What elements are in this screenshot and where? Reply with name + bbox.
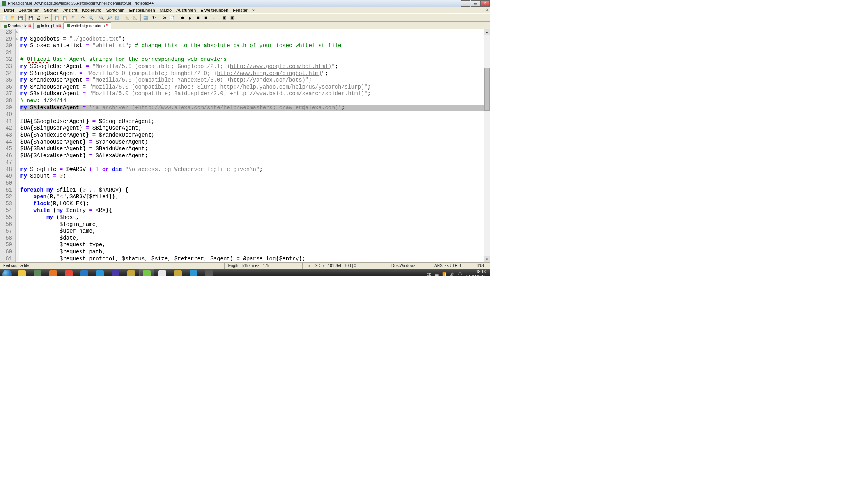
menu-einstellungen[interactable]: Einstellungen [127,8,158,12]
code-line[interactable]: foreach my $file1 (0 .. $#ARGV) { [20,187,490,194]
toolbar-button-10[interactable]: 🔍 [87,14,94,21]
tray-info-icon[interactable]: ⓘ [457,271,463,276]
toolbar-button-6[interactable]: 📋 [53,14,60,21]
menu-suchen[interactable]: Suchen [42,8,61,12]
toolbar-button-1[interactable]: 📂 [9,14,16,21]
code-line[interactable]: $UA{$AlexaUserAgent} = $AlexaUserAgent; [20,153,490,160]
code-line[interactable]: $request_path, [20,249,490,256]
line-number[interactable]: 60 [0,249,12,256]
menu-bearbeiten[interactable]: Bearbeiten [16,8,42,12]
scroll-up-button[interactable]: ▲ [484,29,490,35]
menu-datei[interactable]: Datei [2,8,16,12]
vertical-scrollbar[interactable]: ▲ ▼ [484,29,490,262]
line-number[interactable]: 56 [0,221,12,228]
menu-sprachen[interactable]: Sprachen [104,8,127,12]
titlebar[interactable]: F:\Rapidshare Downloads\download\v5\Refb… [0,0,490,7]
code-line[interactable]: open(R,"<",$ARGV[$file1]); [20,194,490,201]
toolbar-button-20[interactable]: ⏺ [179,14,186,21]
taskbar-explorer[interactable] [14,269,29,276]
code-line[interactable] [20,50,490,57]
line-number[interactable]: 39 [0,105,12,112]
fold-toggle[interactable]: ⊟ [16,36,19,43]
line-number[interactable]: 45 [0,146,12,153]
line-number[interactable]: 51 [0,187,12,194]
toolbar-button-26[interactable]: ▣ [229,14,236,21]
toolbar-button-5[interactable]: ✂ [43,14,50,21]
line-number[interactable]: 30 [0,43,12,50]
line-number[interactable]: 32 [0,56,12,63]
code-line[interactable]: my ($host, [20,214,490,221]
code-line[interactable] [20,159,490,166]
tab-0[interactable]: Readme.txt⊠ [1,23,34,29]
line-number[interactable]: 57 [0,228,12,235]
line-number-gutter[interactable]: 2829303132333435363738394041424344454647… [0,29,16,262]
line-number[interactable]: 33 [0,63,12,70]
menu-ansicht[interactable]: Ansicht [61,8,80,12]
toolbar-button-2[interactable]: 💾 [17,14,24,21]
toolbar-button-22[interactable]: ⏹ [195,14,202,21]
code-line[interactable]: my $BingUserAgent = "Mozilla/5.0 (compat… [20,70,490,77]
line-number[interactable]: 49 [0,173,12,180]
tray-clock[interactable]: 18:13 24.04.2014 [464,270,488,276]
toolbar-button-0[interactable]: 📄 [1,14,8,21]
line-number[interactable]: 28 [0,29,12,36]
maximize-button[interactable]: ▭ [471,0,480,7]
minimize-button[interactable]: — [461,0,470,7]
code-line[interactable]: my $logfile = $#ARGV + 1 or die "No acce… [20,166,490,173]
toolbar-button-13[interactable]: 🔢 [113,14,120,21]
code-line[interactable]: $date, [20,235,490,242]
code-line[interactable]: $UA{$BingUserAgent} = $BingUserAgent; [20,125,490,132]
tray-volume-icon[interactable]: 🔊 [449,271,455,276]
taskbar-skull[interactable] [155,269,170,276]
code-line[interactable]: my $YahooUserAgent = "Mozilla/5.0 (compa… [20,84,490,91]
line-number[interactable]: 36 [0,84,12,91]
code-line[interactable]: my $goodbots = "./goodbots.txt"; [20,36,490,43]
tab-close-icon[interactable]: ⊠ [28,24,32,28]
taskbar-hex[interactable] [170,269,185,276]
line-number[interactable]: 44 [0,139,12,146]
code-line[interactable]: $user_name, [20,228,490,235]
menu-kodierung[interactable]: Kodierung [80,8,104,12]
line-number[interactable]: 54 [0,207,12,214]
start-button[interactable] [0,269,14,276]
taskbar-dreamweaver[interactable] [30,269,45,276]
toolbar-button-17[interactable]: 👁 [150,14,157,21]
scroll-down-button[interactable]: ▼ [484,256,490,262]
line-number[interactable]: 37 [0,91,12,98]
code-line[interactable]: my $AlexaUserAgent = 'ia_archiver (+http… [20,105,490,112]
toolbar-button-25[interactable]: ▣ [221,14,228,21]
line-number[interactable]: 43 [0,132,12,139]
tab-close-icon[interactable]: ⊠ [106,23,110,27]
code-line[interactable]: $request_type, [20,242,490,249]
line-number[interactable]: 61 [0,256,12,263]
toolbar-button-11[interactable]: 🔍 [98,14,105,21]
taskbar-cube[interactable] [186,269,201,276]
code-line[interactable]: $UA{$BaiduUserAgent} = $BaiduUserAgent; [20,146,490,153]
toolbar-button-16[interactable]: 🔤 [142,14,149,21]
code-line[interactable]: # Offical User Agent strings for the cor… [20,56,490,63]
tray-lang-indicator[interactable]: DE [426,271,432,276]
code-line[interactable]: while (my $entry = <R>){ [20,207,490,214]
toolbar-button-9[interactable]: ↷ [80,14,87,21]
code-line[interactable] [20,111,490,118]
menu-?[interactable]: ? [250,8,257,12]
code-line[interactable]: $UA{$GoogleUserAgent} = $GoogleUserAgent… [20,118,490,125]
line-number[interactable]: 38 [0,98,12,105]
line-number[interactable]: 50 [0,180,12,187]
toolbar-button-8[interactable]: ↶ [69,14,76,21]
taskbar-ie[interactable] [77,269,92,276]
code-line[interactable]: my $count = 0; [20,173,490,180]
toolbar-button-14[interactable]: 📐 [124,14,131,21]
tray-network-icon[interactable]: 📶 [441,271,448,276]
taskbar-steam[interactable] [202,269,216,276]
taskbar-eclipse[interactable] [108,269,123,276]
line-number[interactable]: 35 [0,77,12,84]
line-number[interactable]: 40 [0,111,12,118]
fold-toggle[interactable]: ⊟ [16,29,19,36]
line-number[interactable]: 47 [0,159,12,166]
toolbar-button-12[interactable]: 🔎 [106,14,113,21]
line-number[interactable]: 58 [0,235,12,242]
taskbar-shield[interactable] [124,269,138,276]
line-number[interactable]: 31 [0,50,12,57]
code-line[interactable]: my $YandexUserAgent = "Mozilla/5.0 (comp… [20,77,490,84]
